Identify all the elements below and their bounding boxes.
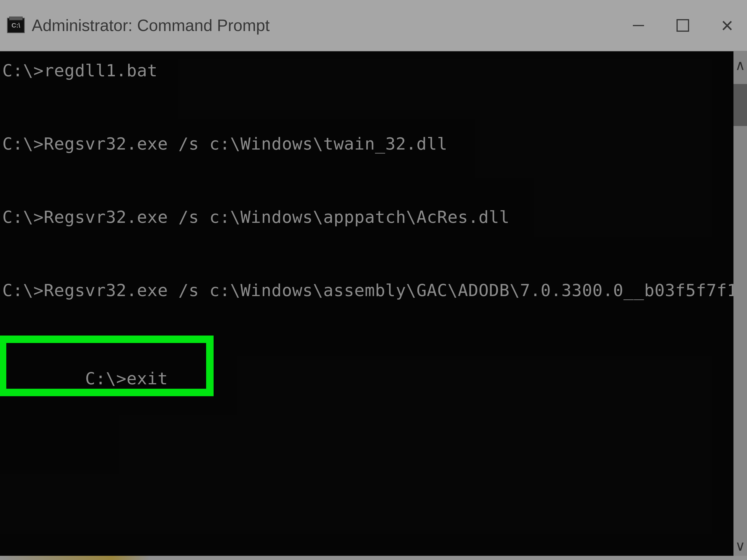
scroll-thumb[interactable] [733,84,747,126]
terminal-line-text: C:\>exit [85,369,168,388]
cmd-window: Administrator: Command Prompt × C:\>regd… [0,0,747,560]
terminal-line: C:\>regdll1.bat [0,61,733,80]
window-title: Administrator: Command Prompt [32,16,269,35]
terminal-line-highlighted: C:\>exit [0,349,168,427]
terminal-line: C:\>Regsvr32.exe /s c:\Windows\apppatch\… [0,207,733,227]
content-area: C:\>regdll1.bat C:\>Regsvr32.exe /s c:\W… [0,51,747,560]
terminal-output[interactable]: C:\>regdll1.bat C:\>Regsvr32.exe /s c:\W… [0,51,733,560]
window-controls: × [628,0,738,51]
taskbar-sliver [0,556,747,560]
terminal-line: C:\>Regsvr32.exe /s c:\Windows\assembly\… [0,281,733,300]
close-button[interactable]: × [717,15,738,36]
vertical-scrollbar[interactable]: ∧ ∨ [733,51,747,560]
scroll-down-arrow-icon[interactable]: ∨ [733,539,747,553]
maximize-button[interactable] [672,15,693,36]
titlebar[interactable]: Administrator: Command Prompt × [0,0,747,51]
terminal-line: C:\>Regsvr32.exe /s c:\Windows\twain_32.… [0,134,733,154]
minimize-button[interactable] [628,15,649,36]
cmd-icon [7,18,25,33]
scroll-up-arrow-icon[interactable]: ∧ [733,58,747,72]
